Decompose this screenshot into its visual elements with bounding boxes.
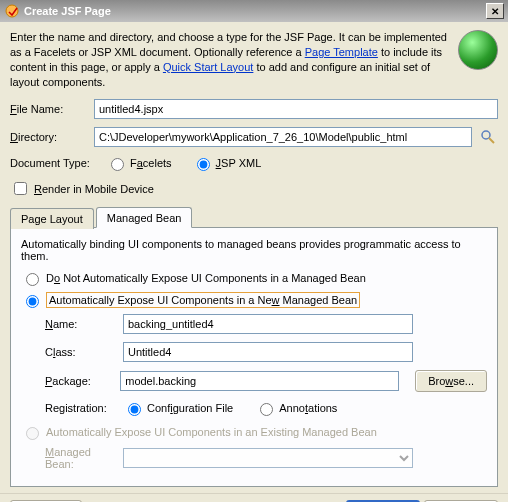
browse-directory-button[interactable] xyxy=(478,127,498,147)
expose-existing-radio xyxy=(26,427,39,440)
globe-icon xyxy=(458,30,498,70)
annotations-radio[interactable] xyxy=(260,403,273,416)
annotations-label: AnnotationsAnnotations xyxy=(279,402,337,414)
render-mobile-label: Render in Mobile DeviceRender in Mobile … xyxy=(34,183,154,195)
close-button[interactable]: ✕ xyxy=(486,3,504,19)
window-title: Create JSF Page xyxy=(24,5,111,17)
registration-label: Registration:Registration: xyxy=(45,402,115,414)
jsp-xml-radio[interactable] xyxy=(197,158,210,171)
bean-package-input[interactable] xyxy=(120,371,399,391)
facelets-label: FaceletsFacelets xyxy=(130,157,172,169)
expose-existing-label: Automatically Expose UI Components in an… xyxy=(46,426,377,438)
app-icon xyxy=(4,3,20,19)
tab-managed-bean[interactable]: Managed Bean xyxy=(96,207,193,228)
page-template-link[interactable]: Page Template xyxy=(305,46,378,58)
config-file-radio[interactable] xyxy=(128,403,141,416)
bean-class-input[interactable] xyxy=(123,342,413,362)
quick-start-layout-link[interactable]: Quick Start Layout xyxy=(163,61,254,73)
directory-label: Directory:Directory: xyxy=(10,131,88,143)
bean-name-input[interactable] xyxy=(123,314,413,334)
browse-package-button[interactable]: Browse...Browse... xyxy=(415,370,487,392)
render-mobile-checkbox[interactable] xyxy=(14,182,27,195)
expose-new-radio[interactable] xyxy=(26,295,39,308)
jsp-xml-label: JSP XMLJSP XML xyxy=(216,157,262,169)
expose-new-label: Automatically Expose UI Components in a … xyxy=(46,292,360,308)
config-file-label: Configuration FileConfiguration File xyxy=(147,402,233,414)
panel-description: Automatically binding UI components to m… xyxy=(21,238,487,262)
svg-line-2 xyxy=(489,138,494,143)
bean-package-label: Package:Package: xyxy=(45,375,112,387)
managed-bean-combo xyxy=(123,448,413,468)
directory-input[interactable] xyxy=(94,127,472,147)
file-name-input[interactable] xyxy=(94,99,498,119)
managed-bean-label: Managed Bean:Managed Bean: xyxy=(45,446,115,470)
file-name-label: File NaFile Name:me: xyxy=(10,103,88,115)
document-type-label: Document Type:Document Type: xyxy=(10,157,100,169)
intro-text: Enter the name and directory, and choose… xyxy=(10,30,448,89)
svg-point-1 xyxy=(482,131,490,139)
facelets-radio[interactable] xyxy=(111,158,124,171)
tab-page-layout[interactable]: Page Layout xyxy=(10,208,94,229)
bean-name-label: Name:Name: xyxy=(45,318,115,330)
bean-class-label: Class:Class: xyxy=(45,346,115,358)
do-not-expose-radio[interactable] xyxy=(26,273,39,286)
do-not-expose-label: Do Not Automatically Expose UI Component… xyxy=(46,272,366,284)
